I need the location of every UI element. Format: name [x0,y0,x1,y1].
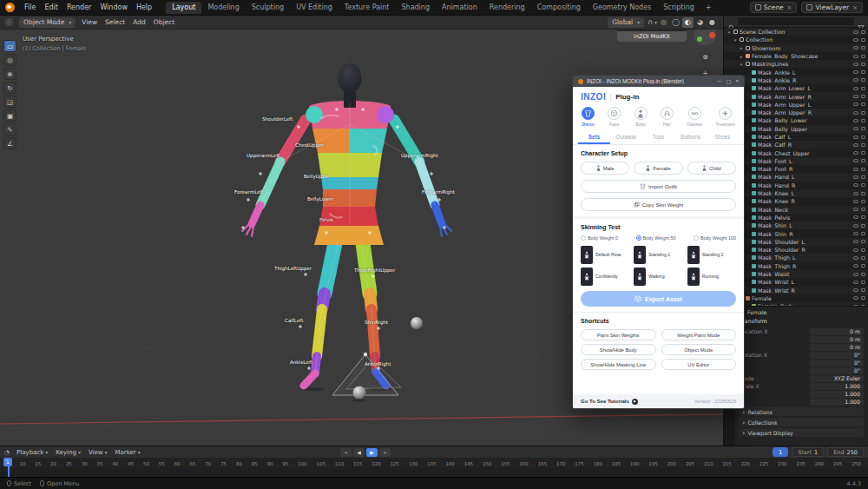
tool-button[interactable]: ▣ [3,109,16,122]
shading-mode-icon[interactable]: ◐ [682,17,694,28]
camera-toggle-icon[interactable] [861,215,865,219]
shading-mode-icon[interactable]: ◯ [670,17,681,28]
pose-option[interactable]: Confidently [581,268,629,286]
export-asset-button[interactable]: Export Asset [581,291,736,307]
field-value[interactable]: 1.000 [810,391,864,398]
scene-selector[interactable]: Scene [750,2,798,13]
collapsed-section-header[interactable]: Collections [740,418,864,426]
eye-icon[interactable] [853,151,858,155]
tab-treatment[interactable]: Treatment [715,107,735,127]
playhead-marker[interactable]: 1 [3,458,12,466]
outliner-row[interactable]: Mask_Arm_Upper_L [724,101,868,109]
sub-tab[interactable]: Tops [642,130,674,144]
eye-icon[interactable] [853,232,858,235]
snap-magnet-icon[interactable]: ∩ [648,18,657,26]
transport-button[interactable]: » [379,448,391,457]
camera-toggle-icon[interactable] [861,273,865,276]
menu-item[interactable]: Help [132,2,156,13]
camera-toggle-icon[interactable] [861,183,865,187]
menu-item[interactable]: Render [62,2,95,13]
eye-icon[interactable] [853,296,858,300]
outliner-row[interactable]: Mask_Belly_Upper [724,125,868,133]
shading-mode-icon[interactable]: ◕ [694,17,706,28]
camera-toggle-icon[interactable] [861,30,865,34]
eye-icon[interactable] [853,288,858,292]
window-control-icon[interactable]: × [735,78,739,84]
transport-button[interactable]: ◀ [353,448,365,457]
clear-icon[interactable] [786,3,792,11]
window-control-icon[interactable]: ▢ [727,78,732,84]
mannequin-figure[interactable] [242,63,451,386]
eye-icon[interactable] [853,63,858,66]
eye-icon[interactable] [853,30,858,34]
field-value[interactable]: 0 m [810,336,864,343]
timeline-track-area[interactable] [0,468,868,477]
clear-icon[interactable] [852,3,858,11]
outliner-row[interactable]: ▾ MaskingLines [724,60,868,68]
tool-button[interactable]: ◎ [3,54,16,66]
camera-toggle-icon[interactable] [861,111,865,115]
tool-button[interactable]: ◲ [3,96,16,108]
shading-mode-icon[interactable]: ● [707,17,718,28]
workspace-tab[interactable]: Modeling [201,2,245,14]
eye-icon[interactable] [853,55,858,58]
eye-icon[interactable] [853,38,858,42]
tool-button[interactable]: ↻ [3,82,16,94]
field-value[interactable]: 0 m [810,328,864,335]
outliner-row[interactable]: Mask_Wrist_R [724,287,868,294]
camera-toggle-icon[interactable] [861,192,865,195]
copy-skin-weight-button[interactable]: Copy Skin Weight [581,198,736,211]
plugin-titlebar[interactable]: INZOI - INZOI MODKit Plug-in (Blender) —… [573,76,744,87]
workspace-tab[interactable]: Sculpting [246,2,290,14]
tab-glasses[interactable]: Glasses [687,107,702,127]
timeline-menu-item[interactable]: Marker [115,449,141,456]
orientation-dropdown[interactable]: Global [608,17,644,28]
shortcut-button[interactable]: Object Mode [661,344,737,355]
eye-icon[interactable] [853,248,858,252]
tab-hair[interactable]: Hair [661,107,674,127]
eye-icon[interactable] [853,168,858,171]
camera-toggle-icon[interactable] [861,232,865,235]
gender-button[interactable]: Female [634,162,682,175]
transport-button[interactable]: ▶ [366,448,378,457]
eye-icon[interactable] [853,78,858,82]
outliner-row[interactable]: Mask_Ankle_R [724,76,868,84]
outliner-row[interactable]: Mask_Pelvis [724,214,868,221]
outliner-row[interactable]: Mask_Calf_R [724,141,868,149]
outliner-row[interactable]: Mask_Shoulder_L [724,238,868,246]
transport-button[interactable]: « [340,448,352,457]
workspace-tab[interactable]: Geometry Nodes [587,2,657,14]
sub-tab[interactable]: Bottoms [674,130,707,144]
window-control-icon[interactable]: — [717,78,722,84]
timeline-menu-item[interactable]: View [89,449,108,456]
outliner-row[interactable]: Mask_Waist [724,270,868,278]
timeline-editor-icon[interactable]: ◔ [4,449,10,456]
camera-toggle-icon[interactable] [861,288,865,292]
outliner-row[interactable]: ▾ Female [724,294,868,302]
pose-option[interactable]: Standing 2 [687,246,736,264]
tool-button[interactable]: ✎ [3,123,16,135]
shortcut-button[interactable]: Show/Hide Masking Line [581,359,656,370]
field-value[interactable]: 1.000 [810,399,864,406]
eye-icon[interactable] [853,175,858,179]
blender-logo-icon[interactable] [5,3,15,12]
menu-item[interactable]: Edit [40,2,62,13]
eye-icon[interactable] [853,264,858,268]
transform-section-title[interactable]: Transform [740,318,864,325]
outliner-row[interactable]: Mask_Belly_Lower [724,116,868,124]
tool-button[interactable]: ⊕ [3,68,16,80]
camera-toggle-icon[interactable] [861,175,865,179]
end-frame-field[interactable]: End250 [827,447,864,457]
outliner-row[interactable]: ▾ Collection [724,36,868,43]
camera-toggle-icon[interactable] [861,240,865,243]
outliner-row[interactable]: Mask_Shin_R [724,229,868,237]
tool-button[interactable]: ∠ [3,137,16,149]
eye-icon[interactable] [853,135,858,139]
add-workspace-button[interactable]: + [701,2,716,14]
eye-icon[interactable] [853,208,858,211]
eye-icon[interactable] [853,111,858,115]
npanel-modkit-button[interactable]: inZOI ModKit [617,31,687,42]
tutorials-link[interactable]: Go To See Tutorials ▶ [581,399,638,405]
sub-tab[interactable]: Sets [578,130,610,144]
outliner-row[interactable]: ▸ Female_Body_Showcase [724,52,868,60]
